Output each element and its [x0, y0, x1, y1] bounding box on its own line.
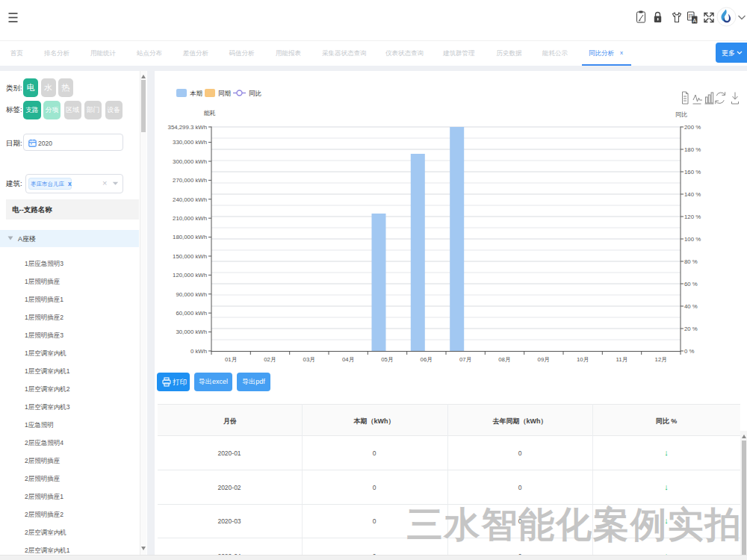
svg-text:120 %: 120 %: [684, 214, 701, 220]
svg-text:180,000 kWh: 180,000 kWh: [173, 234, 207, 240]
svg-text:90,000 kWh: 90,000 kWh: [176, 291, 207, 298]
svg-text:02月: 02月: [264, 356, 276, 363]
svg-text:30,000 kWh: 30,000 kWh: [176, 329, 207, 335]
svg-text:09月: 09月: [538, 356, 550, 363]
svg-text:210,000 kWh: 210,000 kWh: [173, 215, 207, 222]
svg-text:330,000 kWh: 330,000 kWh: [173, 139, 207, 146]
svg-text:12月: 12月: [655, 356, 667, 363]
svg-text:能耗: 能耗: [204, 110, 216, 116]
svg-text:10月: 10月: [577, 356, 589, 363]
svg-text:05月: 05月: [381, 356, 393, 363]
svg-text:20 %: 20 %: [684, 326, 698, 332]
svg-text:03月: 03月: [303, 356, 315, 363]
svg-text:01月: 01月: [225, 356, 237, 363]
svg-text:11月: 11月: [616, 356, 628, 363]
svg-text:150,000 kWh: 150,000 kWh: [173, 253, 207, 260]
svg-text:04月: 04月: [342, 356, 354, 363]
svg-text:240,000 kWh: 240,000 kWh: [173, 196, 207, 203]
svg-text:140 %: 140 %: [684, 191, 701, 198]
svg-text:06月: 06月: [421, 356, 433, 363]
svg-text:A: A: [692, 17, 696, 24]
svg-text:80 %: 80 %: [684, 258, 698, 265]
svg-text:100 %: 100 %: [684, 236, 701, 243]
svg-text:60 %: 60 %: [684, 281, 698, 287]
svg-text:200 %: 200 %: [684, 124, 701, 131]
svg-text:同比: 同比: [675, 111, 687, 118]
svg-text:0 %: 0 %: [684, 348, 695, 355]
svg-text:60,000 kWh: 60,000 kWh: [176, 310, 207, 317]
svg-text:07月: 07月: [459, 356, 471, 363]
svg-text:0 kWh: 0 kWh: [190, 348, 207, 355]
svg-text:120,000 kWh: 120,000 kWh: [173, 272, 207, 279]
svg-text:40 %: 40 %: [684, 303, 698, 310]
svg-text:300,000 kWh: 300,000 kWh: [173, 158, 207, 165]
svg-text:160 %: 160 %: [684, 169, 701, 175]
svg-text:08月: 08月: [498, 356, 510, 363]
svg-text:180 %: 180 %: [684, 146, 701, 153]
svg-text:270,000 kWh: 270,000 kWh: [173, 177, 207, 184]
svg-text:354,299.3 kWh: 354,299.3 kWh: [168, 124, 207, 131]
